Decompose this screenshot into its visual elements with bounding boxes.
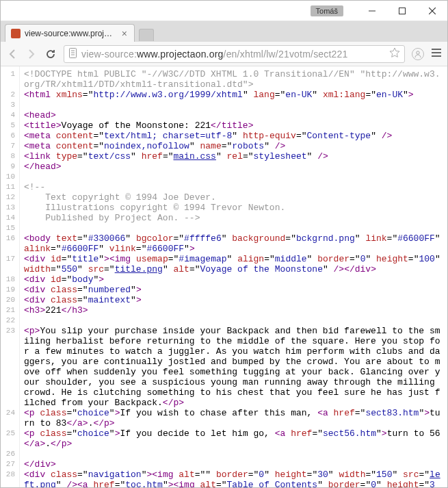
- line-number: 3: [1, 100, 15, 110]
- source-line[interactable]: <!DOCTYPE html PUBLIC "-//W3C//DTD XHTML…: [24, 69, 443, 90]
- back-icon: [7, 49, 18, 60]
- line-number: 21: [1, 305, 15, 316]
- source-line[interactable]: <h3>221</h3>: [24, 305, 443, 316]
- line-number: 26: [1, 449, 15, 459]
- source-line[interactable]: </div>: [24, 459, 443, 470]
- line-number: 5: [1, 120, 15, 131]
- line-number: 17: [1, 254, 15, 274]
- reload-icon: [45, 49, 56, 60]
- forward-button[interactable]: [25, 48, 38, 60]
- source-line[interactable]: Text copyright © 1994 Joe Dever.: [24, 192, 443, 203]
- user-icon: [414, 50, 422, 58]
- source-line[interactable]: [24, 223, 443, 233]
- source-line[interactable]: [24, 449, 443, 459]
- bookmark-button[interactable]: [389, 47, 400, 60]
- line-number: 13: [1, 203, 15, 213]
- tab-title: view-source:www.projecta: [25, 29, 116, 38]
- source-line[interactable]: [24, 316, 443, 326]
- source-line[interactable]: Published by Project Aon. -->: [24, 213, 443, 223]
- source-line[interactable]: <body text="#330066" bgcolor="#ffffe6" b…: [24, 233, 443, 254]
- line-number: 27: [1, 459, 15, 470]
- source-line[interactable]: <link type="text/css" href="main.css" re…: [24, 151, 443, 162]
- source-line[interactable]: <head>: [24, 110, 443, 120]
- source-line[interactable]: <!--: [24, 182, 443, 192]
- source-line[interactable]: <div id="body">: [24, 274, 443, 285]
- source-line[interactable]: <div class="maintext">: [24, 295, 443, 305]
- reload-button[interactable]: [44, 48, 57, 60]
- source-line[interactable]: <html xmlns="http://www.w3.org/1999/xhtm…: [24, 90, 443, 100]
- line-number: 4: [1, 110, 15, 120]
- maximize-icon: [399, 8, 406, 14]
- source-line[interactable]: <p class="choice">If you wish to chase a…: [24, 408, 443, 428]
- line-number: 9: [1, 162, 15, 172]
- source-line[interactable]: <p>You slip your purchase inside your Ba…: [24, 326, 443, 408]
- line-number: 22: [1, 316, 15, 326]
- source-line[interactable]: [24, 172, 443, 182]
- tab-bar: view-source:www.projecta ×: [1, 21, 447, 42]
- line-number: 7: [1, 141, 15, 151]
- close-button[interactable]: [417, 1, 447, 21]
- line-number: 6: [1, 131, 15, 141]
- star-icon: [389, 47, 400, 58]
- tab-close-button[interactable]: ×: [120, 28, 129, 39]
- source-line[interactable]: [24, 100, 443, 110]
- line-number: 1: [1, 69, 15, 90]
- line-number: 11: [1, 182, 15, 192]
- browser-window: Tomáš view-source:www.projecta ×: [0, 0, 448, 488]
- line-number: 20: [1, 295, 15, 305]
- page-icon: [68, 48, 77, 60]
- line-number: 28: [1, 470, 15, 487]
- minimize-button[interactable]: [357, 1, 387, 21]
- window-titlebar: Tomáš: [1, 1, 447, 21]
- source-line[interactable]: <title>Voyage of the Moonstone: 221</tit…: [24, 120, 443, 131]
- back-button[interactable]: [6, 48, 18, 60]
- address-bar[interactable]: view-source:www.projectaon.org/en/xhtml/…: [64, 45, 405, 63]
- line-number: 8: [1, 151, 15, 162]
- close-icon: [429, 8, 436, 14]
- source-line[interactable]: </head>: [24, 162, 443, 172]
- source-line[interactable]: <meta content="text/html; charset=utf-8"…: [24, 131, 443, 141]
- url-text: view-source:www.projectaon.org/en/xhtml/…: [81, 49, 348, 60]
- source-line[interactable]: <div class="navigation"><img alt="" bord…: [24, 470, 443, 487]
- svg-point-8: [417, 51, 419, 53]
- line-number: 24: [1, 408, 15, 428]
- svg-rect-1: [399, 8, 406, 14]
- favicon-icon: [11, 29, 21, 38]
- line-number: 18: [1, 274, 15, 285]
- line-number: 19: [1, 285, 15, 295]
- line-number-gutter: 1234567891011121314151617181920212223242…: [1, 66, 20, 487]
- maximize-button[interactable]: [387, 1, 417, 21]
- line-number: 2: [1, 90, 15, 100]
- line-number: 23: [1, 326, 15, 408]
- source-line[interactable]: <div id="title"><img usemap="#imagemap" …: [24, 254, 443, 274]
- line-number: 25: [1, 428, 15, 449]
- profile-button[interactable]: [412, 48, 424, 60]
- user-badge[interactable]: Tomáš: [311, 5, 343, 16]
- line-number: 15: [1, 223, 15, 233]
- line-number: 10: [1, 172, 15, 182]
- new-tab-button[interactable]: [139, 29, 154, 41]
- menu-button[interactable]: [431, 48, 442, 60]
- toolbar: view-source:www.projectaon.org/en/xhtml/…: [1, 42, 447, 66]
- source-code[interactable]: <!DOCTYPE html PUBLIC "-//W3C//DTD XHTML…: [20, 66, 447, 487]
- line-number: 12: [1, 192, 15, 203]
- browser-tab[interactable]: view-source:www.projecta ×: [5, 24, 135, 42]
- source-line[interactable]: Illustrations copyright © 1994 Trevor Ne…: [24, 203, 443, 213]
- line-number: 16: [1, 233, 15, 254]
- line-number: 14: [1, 213, 15, 223]
- source-line[interactable]: <p class="choice">If you decide to let h…: [24, 428, 443, 449]
- source-line[interactable]: <div class="numbered">: [24, 285, 443, 295]
- forward-icon: [26, 49, 37, 60]
- hamburger-icon: [431, 48, 442, 57]
- minimize-icon: [369, 8, 375, 14]
- source-view[interactable]: 1234567891011121314151617181920212223242…: [1, 66, 447, 487]
- source-line[interactable]: <meta content="noindex,nofollow" name="r…: [24, 141, 443, 151]
